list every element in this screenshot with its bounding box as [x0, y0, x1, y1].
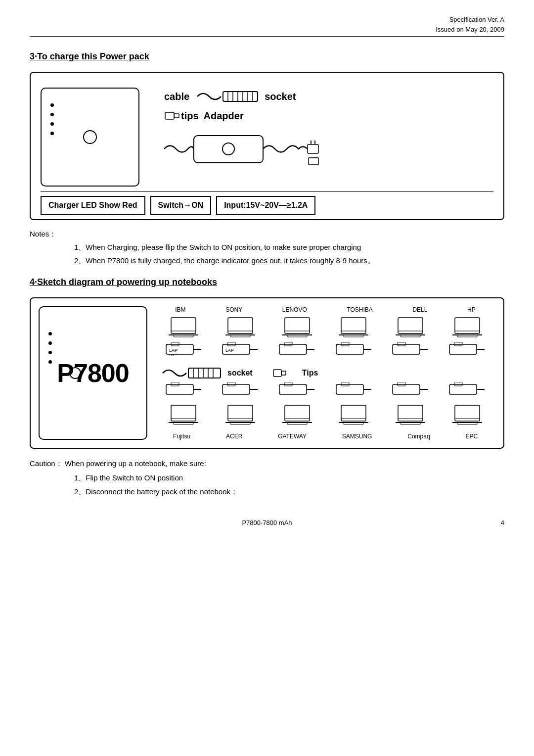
- cable-socket-row-sec4: socket Tips: [160, 366, 495, 380]
- svg-rect-75: [279, 384, 307, 394]
- svg-rect-69: [166, 384, 193, 394]
- brand-compaq: Compaq: [407, 433, 430, 440]
- tips-icon-sec4: [272, 367, 287, 379]
- laptop-icon-dell: [396, 316, 425, 338]
- section4: 4·Sketch diagram of powering up notebook…: [30, 277, 504, 499]
- laptop-icon-acer: [225, 404, 255, 426]
- laptop-icon-samsung: [339, 404, 368, 426]
- label-input-voltage: Input:15V~20V—≥1.2A: [216, 196, 315, 215]
- adapter-conn-6: [448, 342, 486, 360]
- adapters-bottom-row: [155, 382, 495, 400]
- cable-label: cable: [164, 91, 189, 102]
- adapter-conn-b3: [278, 382, 315, 400]
- svg-rect-11: [308, 144, 318, 153]
- laptop-icon-epc: [452, 404, 482, 426]
- laptop-icon-hp: [452, 316, 482, 338]
- section3-title: 3·To charge this Power pack: [30, 51, 504, 62]
- brands-top-row: IBM SONY LENOVO TOSHIBA DELL HP: [155, 306, 495, 313]
- laptop-icon-ibm: [169, 316, 198, 338]
- svg-rect-14: [309, 158, 318, 165]
- note-item-2: 2、When P7800 is fully charged, the charg…: [74, 254, 504, 267]
- svg-rect-68: [281, 371, 286, 375]
- brand-hp: HP: [467, 306, 476, 313]
- brand-sony: SONY: [225, 306, 242, 313]
- caution-section: Caution： When powering up a notebook, ma…: [30, 457, 504, 499]
- tips-adapter-row: tips Adapder: [164, 108, 493, 123]
- page-footer: P7800-7800 mAh 4: [30, 519, 504, 526]
- brand-fujitsu: Fujitsu: [173, 433, 190, 440]
- laptop-icon-lenovo: [282, 316, 312, 338]
- adapter-conn-b5: [392, 382, 429, 400]
- adapter-conn-b4: [335, 382, 372, 400]
- adapters-top-row: LAP TOP LAP: [155, 342, 495, 360]
- svg-rect-67: [273, 370, 281, 377]
- cable-socket-svg: [160, 366, 224, 380]
- label-charger-led: Charger LED Show Red: [41, 196, 145, 215]
- svg-rect-55: [393, 344, 420, 354]
- cable-row: cable socket: [164, 88, 493, 105]
- tips-label-sec4: Tips: [302, 369, 318, 378]
- svg-point-10: [222, 143, 234, 155]
- laptops-bottom-row: [155, 404, 495, 426]
- p7800-dots: [48, 332, 52, 364]
- issue-date: Issued on May 20, 2009: [30, 25, 504, 35]
- brand-lenovo: LENOVO: [282, 306, 307, 313]
- svg-text:LAP: LAP: [225, 348, 234, 353]
- svg-text:TOP: TOP: [169, 353, 176, 357]
- laptop-icon-sony: [225, 316, 255, 338]
- header-divider: [30, 36, 504, 37]
- note-item-1: 1、When Charging, please flip the Switch …: [74, 240, 504, 254]
- section3: 3·To charge this Power pack cable: [30, 51, 504, 267]
- power-pack-port: [83, 130, 97, 144]
- svg-rect-84: [449, 384, 477, 394]
- laptop-diagram: P7800 IBM SONY LENOVO TOSHIBA DELL HP: [30, 297, 504, 449]
- svg-rect-9: [194, 136, 263, 163]
- brand-acer: ACER: [226, 433, 242, 440]
- laptop-icon-gateway: [282, 404, 312, 426]
- label-switch-on: Switch→ON: [150, 196, 212, 215]
- adapter-conn-1: LAP TOP: [165, 342, 202, 360]
- spec-version: Specification Ver. A: [30, 15, 504, 25]
- notes-section: Notes： 1、When Charging, please flip the …: [30, 227, 504, 267]
- power-pack-dots: [50, 103, 54, 135]
- adapter-conn-5: [392, 342, 429, 360]
- adapter-conn-4: [335, 342, 372, 360]
- caution-item-1: 1、Flip the Switch to ON position: [74, 471, 504, 485]
- right-diagram: cable socket: [154, 88, 493, 170]
- svg-rect-8: [174, 114, 179, 118]
- p7800-box: P7800: [39, 306, 147, 440]
- svg-rect-52: [336, 344, 363, 354]
- tips-icon: [164, 108, 181, 123]
- adapter-conn-b2: [222, 382, 259, 400]
- brand-ibm: IBM: [175, 306, 185, 313]
- adapter-conn-3: [278, 342, 315, 360]
- svg-rect-78: [336, 384, 363, 394]
- footer-model: P7800-7800 mAh: [242, 519, 292, 526]
- brand-samsung: SAMSUNG: [342, 433, 372, 440]
- labels-row: Charger LED Show Red Switch→ON Input:15V…: [41, 191, 493, 219]
- adapter-illustration: [164, 131, 493, 170]
- adapder-label: Adapder: [204, 110, 244, 122]
- brand-dell: DELL: [412, 306, 427, 313]
- laptops-top-row: [155, 316, 495, 338]
- power-pack-illustration: [41, 88, 139, 187]
- laptop-icon-fujitsu: [169, 404, 198, 426]
- adapter-conn-b1: [165, 382, 202, 400]
- laptops-grid: IBM SONY LENOVO TOSHIBA DELL HP: [155, 306, 495, 440]
- adapter-conn-b6: [448, 382, 486, 400]
- caution-title: Caution： When powering up a notebook, ma…: [30, 457, 504, 471]
- svg-rect-72: [222, 384, 250, 394]
- brands-bottom-row: Fujitsu ACER GATEWAY SAMSUNG Compaq EPC: [155, 433, 495, 440]
- notes-title: Notes：: [30, 227, 504, 240]
- svg-rect-81: [393, 384, 420, 394]
- svg-rect-7: [165, 112, 174, 119]
- svg-rect-58: [449, 344, 477, 354]
- brand-epc: EPC: [465, 433, 478, 440]
- brand-gateway: GATEWAY: [278, 433, 307, 440]
- laptop-icon-toshiba: [339, 316, 368, 338]
- p7800-label: P7800: [57, 358, 129, 388]
- p7800-port: [69, 367, 81, 379]
- tips-label: tips: [181, 110, 199, 122]
- section4-title: 4·Sketch diagram of powering up notebook…: [30, 277, 504, 287]
- adapter-conn-2: LAP: [222, 342, 259, 360]
